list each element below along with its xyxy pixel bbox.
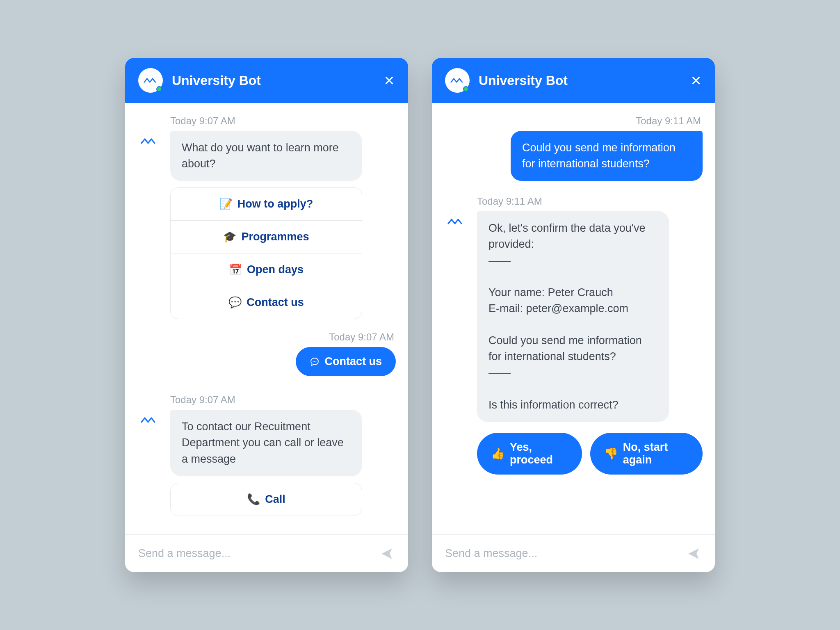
- send-icon: [380, 547, 394, 561]
- thumbs-up-icon: 👍: [491, 447, 505, 460]
- quick-reply-label: How to apply?: [237, 198, 313, 210]
- bot-message-row: To contact our Recuitment Department you…: [137, 410, 396, 476]
- chat-body: Today 9:11 AM Could you send me informat…: [432, 103, 715, 534]
- quick-reply-label: Call: [265, 493, 285, 506]
- user-message: Could you send me information for intern…: [511, 131, 703, 181]
- bot-avatar: [445, 68, 470, 93]
- close-button[interactable]: [382, 73, 397, 88]
- chat-body: Today 9:07 AM What do you want to learn …: [125, 103, 408, 534]
- chat-panel-left: University Bot Today 9:07 AM What do you…: [125, 58, 408, 572]
- quick-reply-group: 📞 Call: [170, 483, 362, 516]
- user-message-row: Contact us: [137, 347, 396, 376]
- bot-avatar-small: [137, 410, 160, 433]
- composer: [125, 534, 408, 572]
- action-yes-proceed[interactable]: 👍 Yes, proceed: [477, 433, 582, 475]
- action-label: No, start again: [623, 441, 689, 466]
- quick-reply-label: Open days: [247, 263, 304, 276]
- calendar-icon: 📅: [229, 263, 242, 276]
- send-button[interactable]: [379, 546, 395, 562]
- svg-point-1: [314, 361, 315, 362]
- chat-title: University Bot: [479, 73, 689, 88]
- quick-reply-open-days[interactable]: 📅 Open days: [171, 253, 362, 286]
- timestamp: Today 9:07 AM: [170, 394, 396, 406]
- svg-point-0: [313, 361, 314, 362]
- action-label: Yes, proceed: [510, 441, 568, 466]
- user-reply-label: Contact us: [324, 355, 382, 368]
- graduation-cap-icon: 🎓: [223, 231, 236, 243]
- quick-reply-label: Programmes: [241, 231, 309, 243]
- status-online-icon: [463, 86, 469, 92]
- timestamp: Today 9:07 AM: [170, 115, 396, 127]
- message-input[interactable]: [138, 547, 379, 560]
- memo-icon: 📝: [219, 198, 233, 210]
- phone-icon: 📞: [247, 493, 260, 506]
- bot-avatar-small: [444, 211, 467, 234]
- quick-reply-contact-us[interactable]: 💬 Contact us: [171, 286, 362, 319]
- zigzag-icon: [141, 416, 157, 424]
- chat-panel-right: University Bot Today 9:11 AM Could you s…: [432, 58, 715, 572]
- bot-avatar: [138, 68, 163, 93]
- quick-reply-call[interactable]: 📞 Call: [171, 483, 362, 516]
- chat-header: University Bot: [432, 58, 715, 103]
- bot-message: To contact our Recuitment Department you…: [170, 410, 362, 476]
- timestamp: Today 9:11 AM: [477, 196, 703, 207]
- bot-message-row: What do you want to learn more about?: [137, 131, 396, 181]
- close-button[interactable]: [689, 73, 703, 88]
- send-icon: [687, 547, 701, 561]
- bot-message-row: Ok, let's confirm the data you've provid…: [444, 211, 703, 422]
- quick-reply-group: 📝 How to apply? 🎓 Programmes 📅 Open days…: [170, 187, 362, 319]
- zigzag-icon: [144, 77, 158, 84]
- message-input[interactable]: [445, 547, 685, 560]
- quick-reply-programmes[interactable]: 🎓 Programmes: [171, 220, 362, 253]
- action-no-start-again[interactable]: 👎 No, start again: [590, 433, 703, 475]
- close-icon: [691, 75, 701, 86]
- quick-reply-how-to-apply[interactable]: 📝 How to apply?: [171, 188, 362, 220]
- bot-avatar-small: [137, 131, 160, 154]
- zigzag-icon: [450, 77, 464, 84]
- timestamp: Today 9:07 AM: [137, 331, 394, 343]
- quick-reply-label: Contact us: [247, 296, 304, 309]
- chat-title: University Bot: [172, 73, 382, 88]
- status-online-icon: [156, 86, 162, 92]
- send-button[interactable]: [685, 546, 702, 562]
- zigzag-icon: [141, 137, 157, 145]
- user-message-row: Could you send me information for intern…: [444, 131, 703, 181]
- composer: [432, 534, 715, 572]
- timestamp: Today 9:11 AM: [444, 115, 701, 127]
- user-reply-pill[interactable]: Contact us: [296, 347, 396, 376]
- speech-bubble-icon: [310, 357, 320, 367]
- speech-bubble-icon: 💬: [228, 296, 242, 309]
- close-icon: [384, 75, 395, 86]
- bot-message-confirm: Ok, let's confirm the data you've provid…: [477, 211, 669, 422]
- thumbs-down-icon: 👎: [604, 447, 618, 460]
- svg-point-2: [316, 361, 317, 362]
- bot-message: What do you want to learn more about?: [170, 131, 362, 181]
- chat-header: University Bot: [125, 58, 408, 103]
- action-row: 👍 Yes, proceed 👎 No, start again: [477, 433, 703, 475]
- zigzag-icon: [447, 218, 464, 225]
